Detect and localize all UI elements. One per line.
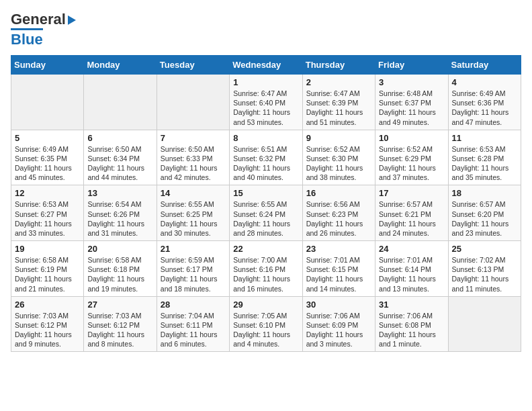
calendar-cell: 21Sunrise: 6:59 AM Sunset: 6:17 PM Dayli… <box>157 241 229 297</box>
calendar-week-row: 12Sunrise: 6:53 AM Sunset: 6:27 PM Dayli… <box>11 185 521 241</box>
calendar-week-row: 19Sunrise: 6:58 AM Sunset: 6:19 PM Dayli… <box>11 241 521 297</box>
calendar-cell: 23Sunrise: 7:01 AM Sunset: 6:15 PM Dayli… <box>302 241 375 297</box>
day-number: 19 <box>15 244 80 254</box>
calendar-cell: 6Sunrise: 6:50 AM Sunset: 6:34 PM Daylig… <box>84 130 157 185</box>
calendar-cell: 12Sunrise: 6:53 AM Sunset: 6:27 PM Dayli… <box>11 185 84 241</box>
day-info: Sunrise: 6:57 AM Sunset: 6:21 PM Dayligh… <box>379 199 444 238</box>
day-info: Sunrise: 6:57 AM Sunset: 6:20 PM Dayligh… <box>452 199 517 238</box>
day-number: 11 <box>452 133 517 143</box>
day-info: Sunrise: 6:50 AM Sunset: 6:33 PM Dayligh… <box>161 144 226 183</box>
calendar-cell: 10Sunrise: 6:52 AM Sunset: 6:29 PM Dayli… <box>375 130 448 185</box>
calendar-cell: 20Sunrise: 6:58 AM Sunset: 6:18 PM Dayli… <box>84 241 157 297</box>
calendar-cell: 28Sunrise: 7:04 AM Sunset: 6:11 PM Dayli… <box>157 296 229 352</box>
calendar-cell <box>157 75 229 130</box>
weekday-header: Saturday <box>448 56 521 75</box>
calendar-cell: 27Sunrise: 7:03 AM Sunset: 6:12 PM Dayli… <box>84 296 157 352</box>
day-number: 9 <box>306 133 371 143</box>
calendar-week-row: 1Sunrise: 6:47 AM Sunset: 6:40 PM Daylig… <box>11 75 521 130</box>
day-number: 12 <box>15 188 80 198</box>
day-number: 16 <box>306 188 371 198</box>
day-number: 27 <box>87 300 152 310</box>
calendar-cell: 17Sunrise: 6:57 AM Sunset: 6:21 PM Dayli… <box>375 185 448 241</box>
day-info: Sunrise: 6:52 AM Sunset: 6:30 PM Dayligh… <box>306 144 371 183</box>
day-number: 23 <box>306 244 371 254</box>
day-info: Sunrise: 6:51 AM Sunset: 6:32 PM Dayligh… <box>233 144 298 183</box>
day-number: 25 <box>452 244 517 254</box>
day-number: 1 <box>233 77 298 87</box>
day-number: 24 <box>379 244 444 254</box>
day-number: 22 <box>233 244 298 254</box>
calendar-cell: 18Sunrise: 6:57 AM Sunset: 6:20 PM Dayli… <box>448 185 521 241</box>
day-number: 20 <box>87 244 152 254</box>
weekday-header: Monday <box>84 56 157 75</box>
calendar-cell: 9Sunrise: 6:52 AM Sunset: 6:30 PM Daylig… <box>302 130 375 185</box>
day-info: Sunrise: 6:59 AM Sunset: 6:17 PM Dayligh… <box>161 255 226 293</box>
calendar-cell: 19Sunrise: 6:58 AM Sunset: 6:19 PM Dayli… <box>11 241 84 297</box>
day-info: Sunrise: 7:05 AM Sunset: 6:10 PM Dayligh… <box>233 311 298 349</box>
calendar-cell: 4Sunrise: 6:49 AM Sunset: 6:36 PM Daylig… <box>448 75 521 130</box>
day-info: Sunrise: 6:53 AM Sunset: 6:27 PM Dayligh… <box>15 199 80 238</box>
weekday-header: Tuesday <box>157 56 229 75</box>
logo-general: General <box>11 11 66 28</box>
calendar-cell <box>84 75 157 130</box>
calendar-cell: 1Sunrise: 6:47 AM Sunset: 6:40 PM Daylig… <box>230 75 302 130</box>
day-info: Sunrise: 6:55 AM Sunset: 6:25 PM Dayligh… <box>161 199 226 238</box>
calendar-cell: 5Sunrise: 6:49 AM Sunset: 6:35 PM Daylig… <box>11 130 84 185</box>
day-number: 28 <box>161 300 226 310</box>
day-info: Sunrise: 6:52 AM Sunset: 6:29 PM Dayligh… <box>379 144 444 183</box>
day-info: Sunrise: 6:53 AM Sunset: 6:28 PM Dayligh… <box>452 144 517 183</box>
calendar-cell: 11Sunrise: 6:53 AM Sunset: 6:28 PM Dayli… <box>448 130 521 185</box>
day-number: 13 <box>87 188 152 198</box>
calendar-table: SundayMondayTuesdayWednesdayThursdayFrid… <box>11 55 521 352</box>
day-number: 10 <box>379 133 444 143</box>
day-number: 7 <box>161 133 226 143</box>
day-info: Sunrise: 6:56 AM Sunset: 6:23 PM Dayligh… <box>306 199 371 238</box>
calendar-cell: 13Sunrise: 6:54 AM Sunset: 6:26 PM Dayli… <box>84 185 157 241</box>
day-number: 6 <box>87 133 152 143</box>
weekday-header-row: SundayMondayTuesdayWednesdayThursdayFrid… <box>11 56 521 75</box>
day-number: 31 <box>379 300 444 310</box>
day-info: Sunrise: 6:48 AM Sunset: 6:37 PM Dayligh… <box>379 89 444 127</box>
calendar-cell: 15Sunrise: 6:55 AM Sunset: 6:24 PM Dayli… <box>230 185 302 241</box>
page-header: General Blue <box>11 11 521 48</box>
day-info: Sunrise: 6:49 AM Sunset: 6:35 PM Dayligh… <box>15 144 80 183</box>
calendar-cell: 14Sunrise: 6:55 AM Sunset: 6:25 PM Dayli… <box>157 185 229 241</box>
day-number: 17 <box>379 188 444 198</box>
calendar-cell: 8Sunrise: 6:51 AM Sunset: 6:32 PM Daylig… <box>230 130 302 185</box>
day-number: 30 <box>306 300 371 310</box>
calendar-cell: 25Sunrise: 7:02 AM Sunset: 6:13 PM Dayli… <box>448 241 521 297</box>
logo-blue: Blue <box>11 28 43 48</box>
day-info: Sunrise: 7:04 AM Sunset: 6:11 PM Dayligh… <box>161 311 226 349</box>
calendar-cell: 29Sunrise: 7:05 AM Sunset: 6:10 PM Dayli… <box>230 296 302 352</box>
calendar-cell: 24Sunrise: 7:01 AM Sunset: 6:14 PM Dayli… <box>375 241 448 297</box>
weekday-header: Sunday <box>11 56 84 75</box>
weekday-header: Thursday <box>302 56 375 75</box>
day-info: Sunrise: 7:01 AM Sunset: 6:15 PM Dayligh… <box>306 255 371 293</box>
calendar-cell: 16Sunrise: 6:56 AM Sunset: 6:23 PM Dayli… <box>302 185 375 241</box>
day-info: Sunrise: 6:54 AM Sunset: 6:26 PM Dayligh… <box>87 199 152 238</box>
day-info: Sunrise: 6:58 AM Sunset: 6:18 PM Dayligh… <box>87 255 152 293</box>
day-info: Sunrise: 6:55 AM Sunset: 6:24 PM Dayligh… <box>233 199 298 238</box>
weekday-header: Friday <box>375 56 448 75</box>
calendar-cell: 26Sunrise: 7:03 AM Sunset: 6:12 PM Dayli… <box>11 296 84 352</box>
day-number: 29 <box>233 300 298 310</box>
day-number: 15 <box>233 188 298 198</box>
calendar-week-row: 26Sunrise: 7:03 AM Sunset: 6:12 PM Dayli… <box>11 296 521 352</box>
day-info: Sunrise: 6:47 AM Sunset: 6:39 PM Dayligh… <box>306 89 371 127</box>
calendar-week-row: 5Sunrise: 6:49 AM Sunset: 6:35 PM Daylig… <box>11 130 521 185</box>
calendar-cell <box>11 75 84 130</box>
calendar-cell: 30Sunrise: 7:06 AM Sunset: 6:09 PM Dayli… <box>302 296 375 352</box>
logo: General Blue <box>11 11 76 48</box>
calendar-cell: 7Sunrise: 6:50 AM Sunset: 6:33 PM Daylig… <box>157 130 229 185</box>
day-info: Sunrise: 7:03 AM Sunset: 6:12 PM Dayligh… <box>87 311 152 349</box>
day-number: 2 <box>306 77 371 87</box>
day-info: Sunrise: 6:47 AM Sunset: 6:40 PM Dayligh… <box>233 89 298 127</box>
day-number: 14 <box>161 188 226 198</box>
logo-arrow-icon <box>68 15 76 25</box>
day-info: Sunrise: 6:58 AM Sunset: 6:19 PM Dayligh… <box>15 255 80 293</box>
day-number: 5 <box>15 133 80 143</box>
calendar-cell <box>448 296 521 352</box>
calendar-cell: 2Sunrise: 6:47 AM Sunset: 6:39 PM Daylig… <box>302 75 375 130</box>
calendar-cell: 3Sunrise: 6:48 AM Sunset: 6:37 PM Daylig… <box>375 75 448 130</box>
day-number: 18 <box>452 188 517 198</box>
